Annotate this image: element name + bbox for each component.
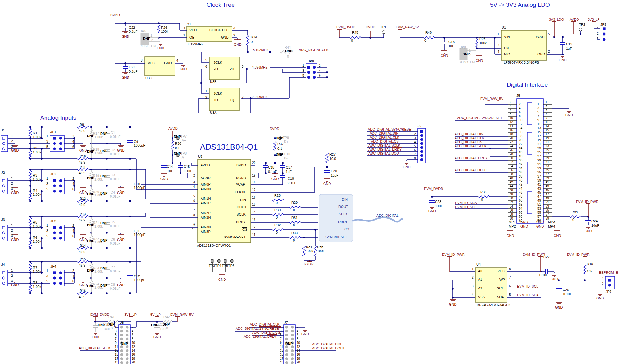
pin-number: 1 — [183, 34, 185, 37]
pin-number: 15 — [252, 203, 255, 206]
resistor — [29, 285, 32, 293]
pin-number: 52 — [510, 201, 513, 204]
dnp-ref-label: 0 — [287, 55, 289, 58]
junction-dot — [90, 169, 92, 170]
pin-number: 10 — [510, 117, 513, 120]
dnp-ref-label: 1 — [150, 34, 152, 37]
pin-number: 35 — [537, 171, 541, 174]
pin-name: VIN — [504, 35, 510, 39]
pin-number: 8 — [132, 337, 133, 340]
net-label: ADC_DIGITAL. — [244, 335, 267, 338]
pin-name: 1D — [214, 98, 218, 102]
pin-number: 2 — [72, 224, 74, 227]
pin-number: 39 — [546, 177, 549, 180]
section-title: Digital Interface — [507, 82, 548, 88]
pin-number: 47 — [537, 195, 541, 198]
pin-number: 4 — [72, 229, 74, 233]
signal-name: DOUT — [338, 205, 348, 208]
junction-dot — [106, 261, 108, 263]
dnp-marker: DNP — [276, 136, 283, 140]
gnd-label: GND — [555, 306, 563, 309]
pin-name: AIN2P — [201, 211, 211, 215]
pin-number: 51 — [537, 203, 541, 206]
net-label: 2.048MHz — [252, 95, 267, 99]
ref-designator: 0 — [276, 216, 278, 219]
dnp-marker: DNP — [100, 284, 107, 287]
value-label: 1000pF — [134, 186, 145, 190]
ref-designator: C17 — [286, 166, 292, 169]
gnd-label: GND — [428, 209, 436, 213]
net-label: 5V_LP — [150, 313, 161, 316]
header-pin — [59, 237, 62, 239]
pin-number: 4 — [183, 27, 185, 30]
ref-designator: U3C — [145, 76, 152, 80]
dnp-ref-label: R44 — [285, 46, 291, 49]
junction-dot — [106, 292, 108, 294]
ref-designator: J7 — [284, 321, 288, 324]
header-pin — [291, 349, 294, 352]
pin-number: 56 — [519, 211, 522, 214]
net-label: ADC_DIGITAL. — [455, 156, 477, 160]
net-label: DRDY — [267, 335, 277, 338]
pin-number: 1 — [602, 277, 604, 280]
gnd-label: GND — [323, 182, 331, 186]
pin-number: 27 — [537, 155, 541, 158]
gnd-label: GND — [180, 67, 187, 71]
pin-number: 13 — [537, 127, 541, 130]
pin-number: 4 — [519, 107, 521, 110]
net-label: 3V3_LP — [588, 18, 600, 21]
dnp-ref-label: TP9 — [283, 136, 289, 139]
header-pin — [285, 362, 288, 364]
net-label: EEPROM_EN — [599, 271, 618, 274]
hdr-box — [418, 128, 426, 163]
pin-name: N/C — [504, 53, 510, 56]
ref-designator: R1 — [33, 131, 37, 135]
pin-number: 6 — [72, 145, 74, 148]
header-pin-square — [53, 226, 56, 229]
dnp-ref-label: 2 — [151, 38, 153, 42]
ref-designator: C22 — [129, 26, 135, 29]
part-number: ADS131B04QPWRQ1 — [197, 244, 231, 247]
junction-dot — [129, 158, 131, 160]
pin-number: 6 — [510, 109, 511, 112]
dnp-marker: DNP — [87, 285, 94, 288]
ref-designator: J6 — [418, 124, 421, 128]
pin-number: 6 — [72, 188, 74, 191]
ref-designator: C10 — [134, 182, 140, 186]
value-label: 1.00k — [33, 135, 41, 139]
pin-number: 31 — [537, 163, 541, 166]
gnd-label: GND — [79, 283, 87, 287]
header-pin — [120, 358, 123, 360]
connector-ref: J3 — [1, 218, 5, 221]
resistor — [272, 199, 284, 201]
pin-number: 3 — [233, 27, 235, 30]
pin-number: 1 — [11, 269, 13, 272]
ref-designator: JP7 — [606, 290, 611, 293]
resistor — [29, 171, 32, 179]
junction-dot — [106, 169, 108, 170]
pin-number: 8 — [297, 337, 298, 340]
pin-number: 37 — [546, 173, 549, 176]
value-label: 49.9 — [79, 129, 85, 133]
ref-designator: TP2 — [579, 23, 585, 26]
gnd-label: GND — [117, 283, 124, 287]
dnp-ref-label: JP8 — [460, 46, 466, 49]
ref-designator: 0 — [293, 224, 295, 227]
ref-designator: 100k — [479, 41, 487, 45]
gnd-label: GND — [476, 59, 483, 62]
gnd-label: GND — [122, 76, 129, 79]
ref-designator: 0.1 — [277, 147, 282, 150]
net-label: ADC_DIGITAL.SCLK — [455, 144, 486, 148]
pin-number: 4 — [498, 50, 499, 53]
pin-number: 3 — [242, 65, 244, 68]
value-label: 1.00k — [33, 240, 41, 243]
ref-designator: 10.0 — [329, 157, 336, 161]
net-label: ADC_DIGITAL.CLK — [299, 48, 329, 52]
junction-dot — [90, 126, 92, 128]
pin-number: 4 — [510, 105, 511, 108]
header-pin — [603, 38, 605, 41]
ref-designator: C9 — [134, 140, 138, 143]
pin-number: 3 — [414, 137, 416, 140]
ref-designator: R37 — [277, 143, 284, 146]
dnp-value-label: 0.01uF — [110, 270, 120, 273]
